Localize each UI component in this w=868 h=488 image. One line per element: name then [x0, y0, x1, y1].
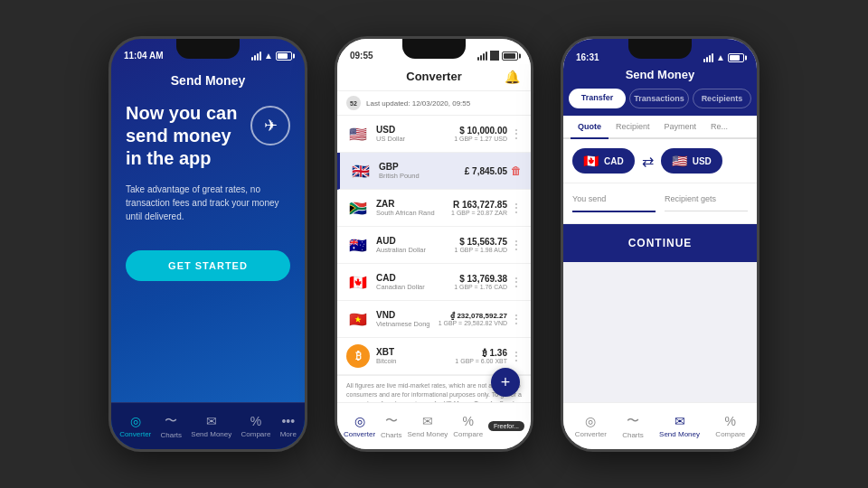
currency-info-aud: AUD Australian Dollar [376, 236, 455, 254]
phone1-hero: Now you can send money in the app ✈ [126, 102, 290, 170]
continue-button[interactable]: CONTINUE [563, 224, 757, 262]
recipient-gets-box: Recipient gets [656, 194, 748, 212]
status-time-3: 16:31 [576, 52, 599, 62]
currency-code-usd: USD [376, 125, 454, 135]
currency-selector: 🇨🇦 CAD ⇄ 🇺🇸 USD [563, 139, 757, 183]
nav-send-money[interactable]: ✉ Send Money [191, 414, 231, 438]
p2-nav-converter[interactable]: ◎ Converter [344, 414, 375, 438]
nav-more[interactable]: ••• More [280, 414, 297, 438]
charts-icon: 〜 [165, 413, 177, 429]
nav-compare-label: Compare [241, 430, 270, 438]
tab-recipients[interactable]: Recipients [693, 89, 751, 108]
currency-rate-usd: 1 GBP = 1.27 USD [454, 136, 507, 142]
row-menu-usd[interactable]: ⋮ [511, 127, 522, 140]
currency-info-vnd: VND Vietnamese Dong [376, 310, 439, 328]
tab-transfer[interactable]: Transfer [569, 89, 626, 108]
row-delete-gbp[interactable]: 🗑 [511, 164, 522, 177]
subtab-review[interactable]: Re... [703, 116, 735, 137]
get-started-button[interactable]: GET STARTED [126, 250, 290, 281]
phone2-bottom-nav: ◎ Converter 〜 Charts ✉ Send Money % Comp… [337, 402, 531, 449]
currency-info-usd: USD US Dollar [376, 125, 454, 143]
swap-currencies-button[interactable]: ⇄ [642, 153, 654, 170]
subtab-quote[interactable]: Quote [571, 116, 609, 139]
phone-3: 16:31 ▲ Send Money Transfer Transactions… [561, 36, 760, 452]
add-currency-button[interactable]: + [491, 368, 520, 397]
row-menu-vnd[interactable]: ⋮ [511, 313, 522, 325]
p2-nav-converter-label: Converter [344, 430, 375, 438]
currency-code-gbp: GBP [379, 162, 465, 172]
phone3-main-tabs: Transfer Transactions Recipients [563, 89, 757, 116]
p2-nav-send[interactable]: ✉ Send Money [407, 414, 448, 438]
nav-send-label: Send Money [191, 430, 231, 438]
currency-row-usd[interactable]: 🇺🇸 USD US Dollar $ 10,000.00 1 GBP = 1.2… [337, 116, 531, 153]
currency-name-cad: Canadian Dollar [376, 283, 454, 291]
phone3-bottom-nav: ◎ Converter 〜 Charts ✉ Send Money % Comp… [563, 402, 757, 449]
currency-rate-vnd: 1 GBP = 29,582.82 VND [439, 320, 507, 326]
p3-nav-charts-label: Charts [622, 431, 644, 439]
currency-name-aud: Australian Dollar [376, 246, 455, 254]
currency-row-aud[interactable]: 🇦🇺 AUD Australian Dollar $ 15,563.75 1 G… [337, 227, 531, 264]
phone2-app-title: Converter 🔔 [337, 64, 531, 91]
p2-nav-compare[interactable]: % Compare [453, 414, 483, 438]
p3-nav-converter[interactable]: ◎ Converter [575, 414, 607, 438]
currency-amount-zar: R 163,727.85 [451, 200, 507, 210]
currency-code-cad: CAD [376, 273, 454, 283]
send-recv-section: You send Recipient gets [563, 183, 757, 224]
row-menu-xbt[interactable]: ⋮ [511, 350, 522, 362]
battery-icon-3 [728, 53, 744, 62]
p3-nav-charts[interactable]: 〜 Charts [622, 413, 644, 439]
subtab-payment[interactable]: Payment [657, 116, 704, 137]
to-currency-pill[interactable]: 🇺🇸 USD [661, 148, 722, 174]
p3-nav-send[interactable]: ✉ Send Money [659, 414, 700, 438]
p2-nav-charts[interactable]: 〜 Charts [381, 413, 402, 439]
p3-compare-icon: % [725, 414, 736, 428]
currency-row-cad[interactable]: 🇨🇦 CAD Canadian Dollar $ 13,769.38 1 GBP… [337, 264, 531, 301]
wifi-icon-3: ▲ [716, 52, 725, 62]
freeform-button[interactable]: Freefor... [488, 421, 524, 431]
currency-row-vnd[interactable]: 🇻🇳 VND Vietnamese Dong ₫ 232,078,592.27 … [337, 301, 531, 338]
update-bar: 52 Last updated: 12/03/2020, 09:55 [337, 91, 531, 116]
currency-values-aud: $ 15,563.75 1 GBP = 1.98 AUD [455, 237, 507, 253]
nav-converter[interactable]: ◎ Converter [119, 414, 151, 438]
currency-name-gbp: British Pound [379, 172, 465, 180]
p3-converter-icon: ◎ [585, 414, 596, 428]
wifi-icon: ▲ [264, 51, 273, 61]
currency-name-xbt: Bitcoin [376, 357, 455, 365]
flag-cad: 🇨🇦 [346, 270, 370, 294]
to-currency-flag: 🇺🇸 [672, 154, 687, 168]
phone1-app-title: Send Money [126, 73, 290, 88]
signal-icon-3 [703, 53, 713, 62]
p3-nav-compare[interactable]: % Compare [715, 414, 745, 438]
currency-row-gbp[interactable]: 🇬🇧 GBP British Pound £ 7,845.05 🗑 [337, 153, 531, 190]
currency-row-zar[interactable]: 🇿🇦 ZAR South African Rand R 163,727.85 1… [337, 190, 531, 227]
currency-values-gbp: £ 7,845.05 [465, 166, 507, 176]
p2-nav-compare-label: Compare [453, 430, 483, 438]
row-menu-zar[interactable]: ⋮ [511, 202, 522, 214]
nav-compare[interactable]: % Compare [241, 414, 270, 438]
phone-2: 09:55 ▲ Converter 🔔 52 Last updated: 12/… [335, 36, 533, 452]
from-currency-pill[interactable]: 🇨🇦 CAD [572, 148, 635, 174]
currency-amount-vnd: ₫ 232,078,592.27 [439, 312, 507, 320]
nav-charts[interactable]: 〜 Charts [161, 413, 183, 439]
flag-aud: 🇦🇺 [346, 233, 370, 257]
row-menu-aud[interactable]: ⋮ [511, 239, 522, 251]
p3-charts-icon: 〜 [627, 413, 639, 429]
row-menu-cad[interactable]: ⋮ [511, 276, 522, 288]
you-send-amount[interactable] [572, 207, 656, 212]
nav-converter-label: Converter [119, 430, 151, 438]
p3-nav-compare-label: Compare [715, 430, 745, 438]
p3-send-icon: ✉ [675, 414, 685, 428]
tab-transactions[interactable]: Transactions [629, 89, 689, 108]
status-bar-3: 16:31 ▲ [563, 39, 757, 64]
flag-zar: 🇿🇦 [346, 196, 370, 220]
notification-icon[interactable]: 🔔 [505, 70, 520, 84]
currency-amount-gbp: £ 7,845.05 [465, 166, 507, 176]
from-currency-code: CAD [604, 156, 624, 166]
update-badge: 52 [346, 96, 361, 110]
subtab-recipient[interactable]: Recipient [609, 116, 657, 137]
more-icon: ••• [281, 414, 295, 428]
you-send-box: You send [572, 194, 656, 212]
flag-usd: 🇺🇸 [346, 122, 370, 145]
recipient-gets-amount [665, 207, 748, 211]
p2-nav-freeform[interactable]: Freefor... [488, 421, 524, 431]
